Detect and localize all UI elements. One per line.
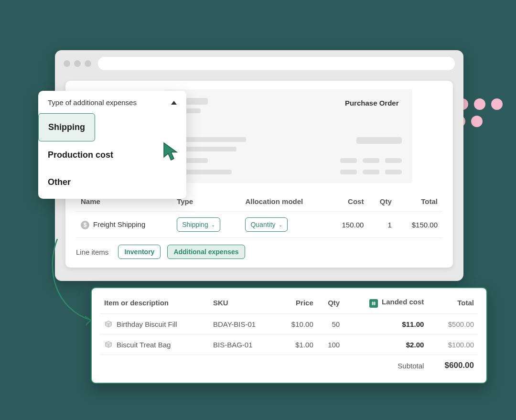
browser-chrome bbox=[55, 50, 463, 77]
alloc-select[interactable]: Quantity⌄ bbox=[245, 217, 287, 232]
url-bar[interactable] bbox=[98, 57, 455, 70]
dollar-icon: $ bbox=[81, 221, 89, 229]
chevron-up-icon bbox=[171, 101, 177, 105]
line-items-tabs: Line items Inventory Additional expenses bbox=[76, 245, 442, 259]
tab-inventory[interactable]: Inventory bbox=[118, 245, 161, 259]
landed-cost-icon bbox=[369, 299, 378, 308]
item-total: $500.00 bbox=[428, 314, 478, 334]
expense-alloc-cell: Quantity⌄ bbox=[240, 212, 328, 238]
item-landed: $11.00 bbox=[344, 314, 428, 334]
item-price: $10.00 bbox=[277, 314, 317, 334]
dropdown-header-label: Type of additional expenses bbox=[48, 98, 137, 107]
type-select[interactable]: Shipping⌄ bbox=[177, 217, 220, 232]
item-sku: BIS-BAG-01 bbox=[209, 334, 277, 355]
item-qty: 100 bbox=[317, 334, 344, 355]
col-total2: Total bbox=[428, 292, 478, 314]
expense-name: $Freight Shipping bbox=[76, 212, 172, 238]
subtotal-label: Subtotal bbox=[344, 355, 428, 377]
cursor-icon bbox=[162, 141, 180, 162]
expense-row: $Freight Shipping Shipping⌄ Quantity⌄ 15… bbox=[76, 212, 442, 238]
subtotal-value: $600.00 bbox=[428, 355, 478, 377]
package-icon bbox=[104, 320, 113, 328]
item-row: Biscuit Treat Bag BIS-BAG-01 $1.00 100 $… bbox=[100, 334, 478, 355]
expense-type-cell: Shipping⌄ bbox=[172, 212, 240, 238]
line-items-card: Item or description SKU Price Qty Landed… bbox=[91, 287, 487, 384]
item-landed: $2.00 bbox=[344, 334, 428, 355]
col-qty: Qty bbox=[368, 192, 396, 212]
tab-additional-expenses[interactable]: Additional expenses bbox=[167, 245, 245, 259]
expense-qty: 1 bbox=[368, 212, 396, 238]
col-desc: Item or description bbox=[100, 292, 209, 314]
expense-total: $150.00 bbox=[397, 212, 442, 238]
dropdown-header[interactable]: Type of additional expenses bbox=[38, 91, 186, 113]
item-desc: Birthday Biscuit Fill bbox=[100, 314, 209, 334]
col-landed: Landed cost bbox=[344, 292, 428, 314]
item-qty: 50 bbox=[317, 314, 344, 334]
col-total: Total bbox=[397, 192, 442, 212]
purchase-order-title: Purchase Order bbox=[345, 99, 399, 107]
dropdown-item-shipping[interactable]: Shipping bbox=[38, 113, 95, 141]
item-price: $1.00 bbox=[277, 334, 317, 355]
purchase-order-header: Purchase Order bbox=[164, 89, 412, 183]
package-icon bbox=[104, 340, 113, 349]
expense-cost: 150.00 bbox=[328, 212, 368, 238]
item-desc: Biscuit Treat Bag bbox=[100, 334, 209, 355]
window-controls[interactable] bbox=[64, 60, 91, 67]
col-price: Price bbox=[277, 292, 317, 314]
dropdown-item-other[interactable]: Other bbox=[38, 169, 186, 196]
col-sku: SKU bbox=[209, 292, 277, 314]
col-alloc: Allocation model bbox=[240, 192, 328, 212]
col-cost: Cost bbox=[328, 192, 368, 212]
item-total: $100.00 bbox=[428, 334, 478, 355]
chevron-down-icon: ⌄ bbox=[279, 222, 282, 227]
item-row: Birthday Biscuit Fill BDAY-BIS-01 $10.00… bbox=[100, 314, 478, 334]
col-qty2: Qty bbox=[317, 292, 344, 314]
chevron-down-icon: ⌄ bbox=[211, 222, 215, 227]
items-table: Item or description SKU Price Qty Landed… bbox=[100, 292, 478, 376]
item-sku: BDAY-BIS-01 bbox=[209, 314, 277, 334]
